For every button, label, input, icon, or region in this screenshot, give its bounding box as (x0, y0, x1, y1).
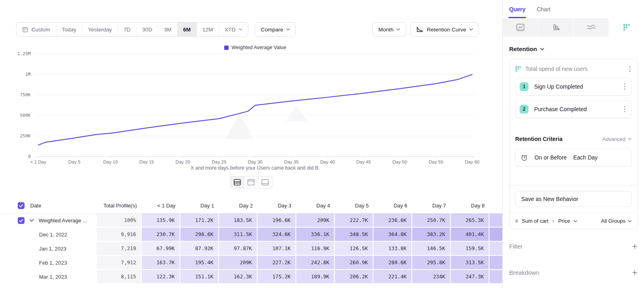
retention-value-cell[interactable]: 260.9K (335, 256, 374, 270)
retention-value-cell[interactable]: 116.9K (296, 242, 335, 256)
column-header[interactable]: Day 5 (335, 198, 374, 213)
retention-value-cell[interactable]: 250.7K (412, 213, 451, 228)
retention-value-cell[interactable]: 135.9K (142, 213, 180, 228)
retention-value-cell[interactable]: 87.92K (180, 242, 219, 256)
column-header[interactable]: Day 1 (180, 198, 219, 213)
retention-value-cell[interactable]: 122.3K (142, 270, 180, 284)
retention-value-cell[interactable]: 183.5K (219, 213, 258, 228)
retention-value-cell[interactable]: 336.1K (296, 228, 335, 242)
toggle-split-view[interactable] (230, 176, 244, 189)
range-button-yesterday[interactable]: Yesterday (83, 23, 118, 36)
column-header[interactable]: Day 2 (219, 198, 258, 213)
column-header[interactable]: Day 3 (258, 198, 296, 213)
retention-value-cell[interactable]: 146.5K (412, 242, 451, 256)
retention-value-cell[interactable]: 227.2K (258, 256, 296, 270)
retention-value-cell[interactable]: 280.6K (374, 256, 412, 270)
retention-value-cell[interactable]: 348.5K (335, 228, 374, 242)
retention-value-cell[interactable]: 126.5K (335, 242, 374, 256)
retention-value-cell[interactable]: 67.99K (142, 242, 180, 256)
report-retention-button[interactable] (609, 18, 644, 37)
range-button-30d[interactable]: 30D (136, 23, 158, 36)
column-header[interactable]: Day 7 (412, 198, 451, 213)
kebab-menu-icon[interactable] (623, 105, 626, 113)
compare-button[interactable]: Compare (255, 22, 296, 37)
kebab-menu-icon[interactable] (623, 83, 626, 91)
x-tick (74, 156, 75, 158)
column-header[interactable]: Total Profile(s) (97, 198, 142, 213)
column-header[interactable]: < 1 Day (142, 198, 180, 213)
expand-chevron-icon[interactable] (29, 219, 34, 222)
tab-chart[interactable]: Chart (537, 0, 550, 18)
report-insights-button[interactable] (503, 18, 538, 37)
retention-criteria-value[interactable]: On or Before Each Day (515, 149, 632, 166)
report-flows-button[interactable] (574, 18, 609, 37)
retention-value-cell[interactable]: 222.7K (335, 213, 374, 228)
retention-value-cell[interactable]: 236.6K (374, 213, 412, 228)
retention-value-cell[interactable]: 234K (412, 270, 451, 284)
column-header[interactable]: Day 6 (374, 198, 412, 213)
report-title-dropdown[interactable]: Retention (509, 46, 638, 52)
retention-value-cell[interactable]: 151.1K (180, 270, 219, 284)
measure-label[interactable]: Sum of cart (522, 218, 548, 224)
retention-value-cell[interactable]: 401.4K (451, 228, 489, 242)
retention-value-cell[interactable]: 133.8K (374, 242, 412, 256)
chart-legend[interactable]: Weighted Average Value (35, 45, 475, 50)
retention-value-cell[interactable]: 107.1K (258, 242, 296, 256)
report-funnels-button[interactable] (538, 18, 574, 37)
retention-value-cell[interactable]: 265.3K (451, 213, 489, 228)
row-checkbox[interactable] (18, 217, 25, 224)
retention-value-cell[interactable]: 324.6K (258, 228, 296, 242)
range-button-12m[interactable]: 12M (197, 23, 219, 36)
retention-value-cell[interactable]: 209K (219, 256, 258, 270)
retention-value-cell[interactable]: 313.5K (451, 256, 489, 270)
retention-value-cell[interactable]: 162.3K (219, 270, 258, 284)
retention-value-cell[interactable]: 159.5K (451, 242, 489, 256)
granularity-button[interactable]: Month (372, 22, 407, 37)
criteria-mode-dropdown[interactable]: Advanced (602, 136, 632, 142)
tab-query[interactable]: Query (509, 0, 525, 18)
add-breakdown-button[interactable] (632, 270, 638, 276)
behavior-step-2[interactable]: 2 Purchase Completed (515, 100, 632, 118)
retention-value-cell[interactable]: 242.8K (296, 256, 335, 270)
column-header[interactable]: Day 4 (296, 198, 335, 213)
toggle-chart-only[interactable] (244, 176, 258, 189)
toggle-table-only[interactable] (258, 176, 272, 189)
kebab-menu-icon[interactable] (628, 65, 632, 73)
column-header[interactable]: Day 8 (451, 198, 489, 213)
retention-value-cell[interactable]: 230.7K (142, 228, 180, 242)
range-button-today[interactable]: Today (56, 23, 83, 36)
range-button-6m[interactable]: 6M (178, 23, 197, 36)
retention-value-cell[interactable]: 221.4K (374, 270, 412, 284)
behavior-step-1[interactable]: 1 Sign Up Completed (515, 78, 632, 95)
retention-value-cell[interactable]: 247.3K (451, 270, 489, 284)
column-header-partial (489, 198, 502, 213)
retention-value-cell[interactable]: 206.2K (335, 270, 374, 284)
save-as-new-behavior-button[interactable]: Save as New Behavior (515, 191, 632, 207)
groups-dropdown[interactable]: All Groups (601, 218, 632, 224)
retention-value-cell[interactable]: 311.5K (219, 228, 258, 242)
retention-value-cell[interactable]: 171.2K (180, 213, 219, 228)
retention-value-cell[interactable]: 195.4K (180, 256, 219, 270)
range-button-xtd[interactable]: XTD (219, 23, 248, 36)
retention-value-cell[interactable]: 97.87K (219, 242, 258, 256)
range-button-custom[interactable]: Custom (17, 23, 56, 36)
retention-value-cell[interactable]: 295.8K (412, 256, 451, 270)
chart-type-button[interactable]: Retention Curve (410, 22, 479, 37)
retention-value-cell[interactable]: 163.7K (142, 256, 180, 270)
add-filter-button[interactable] (632, 244, 638, 249)
retention-value-cell[interactable]: 296.6K (180, 228, 219, 242)
header-checkbox[interactable] (18, 202, 25, 209)
sidebar-tabs: Query Chart (503, 0, 644, 18)
y-axis-label: 750K (0, 92, 31, 97)
measure-property[interactable]: Price (558, 218, 570, 224)
retention-value-cell[interactable]: 383.2K (412, 228, 451, 242)
retention-value-cell[interactable]: 175.2K (258, 270, 296, 284)
retention-value-cell[interactable]: 189.9K (296, 270, 335, 284)
range-button-3m[interactable]: 3M (158, 23, 178, 36)
x-tick (400, 156, 400, 158)
retention-value-cell[interactable]: 196.6K (258, 213, 296, 228)
retention-value-cell[interactable]: 364.8K (374, 228, 412, 242)
chevron-down-icon (574, 220, 577, 222)
retention-value-cell[interactable]: 209K (296, 213, 335, 228)
range-button-7d[interactable]: 7D (118, 23, 136, 36)
